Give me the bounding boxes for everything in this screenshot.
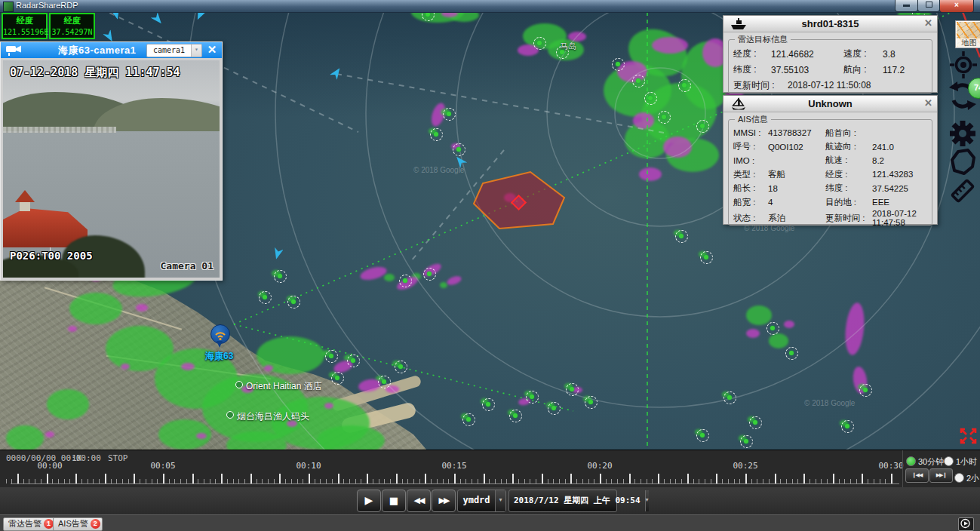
radar-panel-header[interactable]: shrd01-8315 ✕ <box>723 16 937 32</box>
tracked-target-marker[interactable] <box>723 391 736 404</box>
tracked-target-marker[interactable] <box>259 291 272 304</box>
tracked-target-marker[interactable] <box>395 361 407 373</box>
tracked-target-marker[interactable] <box>841 420 854 433</box>
ruler-major-tick <box>192 474 194 483</box>
turret <box>15 190 35 211</box>
camera-video-frame[interactable]: 07-12-2018 星期四 11:47:54 P026:T00 2005 Ca… <box>3 60 220 278</box>
ruler-minor-tick <box>821 479 822 483</box>
playback-mode-select[interactable]: ymdrd ▾ <box>457 490 506 512</box>
tracked-target-marker[interactable] <box>347 355 360 367</box>
ruler-major-tick <box>309 474 310 483</box>
tracked-target-marker[interactable] <box>678 79 691 92</box>
field-label: 目的地 : <box>825 197 872 208</box>
tracked-target-marker[interactable] <box>482 398 495 411</box>
ais-panel-header[interactable]: Unknown ✕ <box>723 96 937 112</box>
tracked-target-marker[interactable] <box>766 322 779 335</box>
tracked-target-marker[interactable] <box>740 435 753 448</box>
tracked-target-marker[interactable] <box>533 37 546 50</box>
ruler-minor-tick <box>303 479 303 483</box>
fast-forward-button[interactable]: ▶▶ <box>432 490 456 512</box>
fullscreen-button[interactable] <box>958 424 978 448</box>
skip-next-button[interactable]: ▶▶❙ <box>929 468 953 483</box>
tracked-target-marker[interactable] <box>462 413 475 426</box>
ruler-minor-tick <box>506 479 507 483</box>
locate-button[interactable] <box>948 50 978 80</box>
ruler-minor-tick <box>419 479 420 483</box>
camera-panel: 海康63-camera1 camera1 ▾ ✕ 07-12-2018 星期四 … <box>0 41 223 281</box>
rewind-button[interactable]: ◀◀ <box>407 490 431 512</box>
ruler-minor-tick <box>588 479 589 483</box>
tracked-target-marker[interactable] <box>585 396 598 409</box>
tracked-target-marker[interactable] <box>526 391 539 404</box>
ais-panel-close-icon[interactable]: ✕ <box>924 97 932 109</box>
tracked-target-marker[interactable] <box>696 429 709 442</box>
field-value: 2018-07-12 11:47:58 <box>872 209 927 227</box>
ruler-major-tick <box>163 474 164 483</box>
ruler-minor-tick <box>402 479 403 483</box>
tracked-target-marker[interactable] <box>453 143 465 156</box>
region-button[interactable] <box>948 147 978 177</box>
skip-prev-button[interactable]: ❙◀◀ <box>905 468 929 483</box>
map-preview-button[interactable]: 地图 <box>955 20 980 48</box>
tracked-target-marker[interactable] <box>423 268 436 281</box>
tracked-target-marker[interactable] <box>644 92 657 105</box>
tracked-target-marker[interactable] <box>612 58 625 71</box>
tracked-target-marker[interactable] <box>658 111 671 124</box>
camera-panel-header[interactable]: 海康63-camera1 camera1 ▾ ✕ <box>1 42 222 58</box>
longitude-box: 经度 121.55196E <box>2 13 48 39</box>
ruler-minor-tick <box>128 479 129 483</box>
window-titlebar[interactable]: RadarShareRDP × <box>0 0 980 13</box>
ruler-minor-tick <box>326 479 327 483</box>
ruler-minor-tick <box>670 479 671 483</box>
ruler-minor-tick <box>501 479 502 483</box>
tracked-target-marker[interactable] <box>696 120 709 133</box>
camera-station-pin[interactable] <box>210 324 229 348</box>
ruler-major-tick <box>687 474 689 483</box>
restore-button[interactable] <box>917 0 940 12</box>
tracked-target-marker[interactable] <box>859 384 872 397</box>
camera-select[interactable]: camera1 ▾ <box>146 44 202 57</box>
tracked-target-marker[interactable] <box>548 402 561 415</box>
tracked-target-marker[interactable] <box>274 270 287 283</box>
close-button[interactable]: × <box>939 0 974 13</box>
gear-icon <box>948 118 978 149</box>
ruler-minor-tick <box>839 479 840 483</box>
tracked-target-marker[interactable] <box>749 416 762 429</box>
tracked-target-marker[interactable] <box>378 376 391 388</box>
radar-alarm-button[interactable]: 雷达告警 1 <box>3 517 56 531</box>
playback-datetime-picker[interactable]: 2018/7/12 星期四 上午 09:54 ▾ <box>508 490 617 512</box>
measure-button[interactable] <box>947 175 978 207</box>
duration-radio-1h[interactable]: 1小时 <box>944 454 977 468</box>
radar-panel-close-icon[interactable]: ✕ <box>924 17 932 29</box>
ais-field-row: 类型 :客船经度 :121.43283 <box>733 167 927 181</box>
ais-alarm-button[interactable]: AIS告警 2 <box>53 517 103 531</box>
tracked-target-marker[interactable] <box>287 296 300 308</box>
camera-close-icon[interactable]: ✕ <box>205 43 219 57</box>
settings-button[interactable] <box>948 118 978 149</box>
duration-radio-30min[interactable]: 30分钟 <box>906 454 944 468</box>
tracked-target-marker[interactable] <box>785 347 798 360</box>
minimize-button[interactable] <box>895 0 918 12</box>
chevron-down-icon: ▾ <box>495 490 505 511</box>
ruler-minor-tick <box>244 479 245 483</box>
tracked-target-marker[interactable] <box>566 383 579 396</box>
ruler-minor-tick <box>122 479 123 483</box>
ruler-minor-tick <box>186 479 187 483</box>
field-label: 更新时间 : <box>733 79 788 92</box>
tracked-target-marker[interactable] <box>331 372 344 385</box>
ruler-minor-tick <box>384 479 385 483</box>
stop-button[interactable]: ■ <box>382 490 406 512</box>
tracked-target-marker[interactable] <box>430 128 443 141</box>
tracked-target-marker[interactable] <box>632 75 645 87</box>
ruler-minor-tick <box>611 479 612 483</box>
field-label: 呼号 : <box>733 141 768 152</box>
tracked-target-marker[interactable] <box>700 251 713 264</box>
tracked-target-marker[interactable] <box>399 275 412 287</box>
tracked-target-marker[interactable] <box>443 108 456 121</box>
tray-playback-button[interactable] <box>958 517 974 531</box>
tracked-target-marker[interactable] <box>675 230 688 243</box>
tracked-target-marker[interactable] <box>325 350 338 363</box>
play-button[interactable]: ▶ <box>357 490 381 512</box>
tracked-target-marker[interactable] <box>509 410 522 422</box>
timeline-ruler[interactable]: 00:0000:0500:1000:1500:2000:2500:30 <box>0 450 902 488</box>
